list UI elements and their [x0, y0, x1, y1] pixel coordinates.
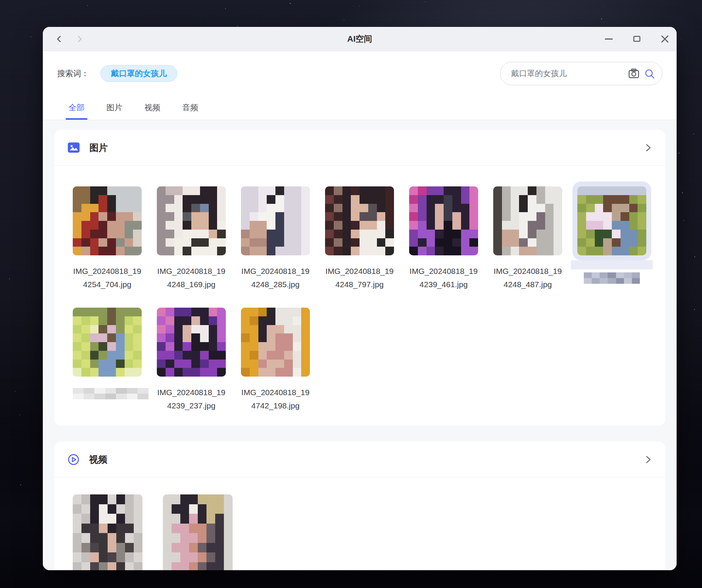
results-area: 图片 IMG_20240818_194254_704.jpgIMG_202408… — [43, 120, 677, 570]
videos-more-button[interactable] — [645, 455, 652, 464]
videos-section-header: 视频 — [54, 442, 665, 477]
pixelated-photo — [325, 186, 394, 255]
tab-1[interactable]: 图片 — [106, 95, 122, 120]
censored-filename — [73, 388, 149, 399]
thumbnail-filename: IMG_20240818_194239_461.jpg — [405, 264, 483, 291]
app-window: AI空间 搜索词： 戴口罩的女孩儿 — [43, 27, 677, 570]
image-thumbnail-item[interactable]: IMG_20240818_194248_169.jpg — [157, 186, 226, 291]
image-thumbnail[interactable] — [157, 308, 226, 377]
search-term-label: 搜索词： — [57, 68, 89, 79]
camera-icon[interactable] — [628, 68, 639, 79]
videos-section-title: 视频 — [89, 454, 107, 466]
censored-filename-backdrop — [571, 260, 653, 269]
pixelated-photo — [73, 186, 142, 255]
image-thumbnail[interactable] — [73, 186, 142, 255]
images-section-card: 图片 IMG_20240818_194254_704.jpgIMG_202408… — [54, 130, 665, 425]
pixelated-photo — [157, 186, 226, 255]
maximize-icon — [632, 34, 641, 44]
image-thumbnail[interactable] — [325, 186, 394, 255]
search-term-tag[interactable]: 戴口罩的女孩儿 — [100, 65, 177, 82]
image-thumbnail[interactable] — [493, 186, 562, 255]
videos-section-card: 视频 — [54, 442, 665, 570]
images-more-button[interactable] — [645, 144, 652, 152]
image-results-grid: IMG_20240818_194254_704.jpgIMG_20240818_… — [73, 186, 664, 412]
pixelated-photo — [241, 186, 310, 255]
pixelated-photo — [584, 272, 640, 284]
thumbnail-filename: IMG_20240818_194248_169.jpg — [152, 264, 230, 291]
image-thumbnail-item[interactable] — [577, 186, 646, 291]
pixelated-photo — [163, 494, 233, 570]
thumbnail-filename: IMG_20240818_194742_198.jpg — [236, 386, 314, 412]
thumbnail-filename: IMG_20240818_194248_487.jpg — [489, 264, 567, 291]
video-thumbnail-item[interactable] — [163, 494, 232, 570]
image-thumbnail-item[interactable]: IMG_20240818_194239_461.jpg — [409, 186, 478, 291]
pixelated-photo — [241, 308, 310, 377]
thumbnail-filename: IMG_20240818_194248_285.jpg — [236, 264, 314, 291]
pixelated-photo — [493, 186, 562, 255]
image-thumbnail-item[interactable]: IMG_20240818_194248_797.jpg — [325, 186, 394, 291]
video-results-grid — [73, 494, 665, 570]
image-thumbnail[interactable] — [241, 308, 310, 377]
image-thumbnail[interactable] — [577, 186, 646, 255]
pixelated-photo — [73, 494, 142, 570]
search-box — [500, 62, 662, 85]
thumbnail-filename: IMG_20240818_194254_704.jpg — [68, 264, 146, 291]
forward-button[interactable] — [73, 33, 86, 45]
image-thumbnail-item[interactable]: IMG_20240818_194254_704.jpg — [73, 186, 142, 291]
image-thumbnail[interactable] — [73, 308, 142, 377]
search-row: 搜索词： 戴口罩的女孩儿 — [43, 51, 677, 95]
tab-2[interactable]: 视频 — [144, 95, 160, 120]
thumbnail-filename: IMG_20240818_194239_237.jpg — [152, 386, 230, 412]
search-icon[interactable] — [644, 68, 655, 80]
image-thumbnail-item[interactable]: IMG_20240818_194248_285.jpg — [241, 186, 310, 291]
window-title: AI空间 — [43, 33, 677, 45]
image-thumbnail-item[interactable]: IMG_20240818_194742_198.jpg — [241, 308, 310, 412]
titlebar: AI空间 — [43, 27, 677, 51]
censored-filename — [584, 272, 640, 284]
images-section-title: 图片 — [89, 142, 108, 154]
pixelated-photo — [73, 308, 142, 377]
close-button[interactable] — [660, 34, 670, 44]
back-button[interactable] — [53, 33, 66, 45]
image-thumbnail-item[interactable]: IMG_20240818_194248_487.jpg — [493, 186, 562, 291]
thumbnail-filename: IMG_20240818_194248_797.jpg — [321, 264, 399, 291]
filter-tabs: 全部图片视频音频 — [43, 95, 677, 120]
chevron-left-icon — [55, 35, 63, 43]
image-thumbnail[interactable] — [241, 186, 310, 255]
image-thumbnail[interactable] — [157, 186, 226, 255]
image-icon — [68, 142, 80, 153]
pixelated-photo — [577, 186, 646, 255]
minimize-button[interactable] — [604, 34, 614, 44]
image-thumbnail[interactable] — [409, 186, 478, 255]
pixelated-photo — [409, 186, 478, 255]
pixelated-photo — [73, 388, 149, 399]
pixelated-photo — [157, 308, 226, 377]
close-icon — [660, 34, 669, 44]
chevron-right-icon — [645, 455, 652, 464]
maximize-button[interactable] — [632, 34, 642, 44]
chevron-right-icon — [76, 35, 83, 43]
tab-3[interactable]: 音频 — [182, 95, 198, 120]
video-thumbnail[interactable] — [73, 494, 142, 570]
minimize-icon — [604, 34, 613, 44]
image-thumbnail-item[interactable]: IMG_20240818_194239_237.jpg — [157, 308, 226, 412]
video-thumbnail[interactable] — [163, 494, 233, 570]
play-icon — [68, 454, 79, 465]
image-thumbnail-item[interactable] — [73, 308, 142, 412]
chevron-right-icon — [645, 144, 652, 152]
images-section-header: 图片 — [54, 130, 665, 166]
video-thumbnail-item[interactable] — [73, 494, 142, 570]
tab-0[interactable]: 全部 — [69, 95, 84, 120]
